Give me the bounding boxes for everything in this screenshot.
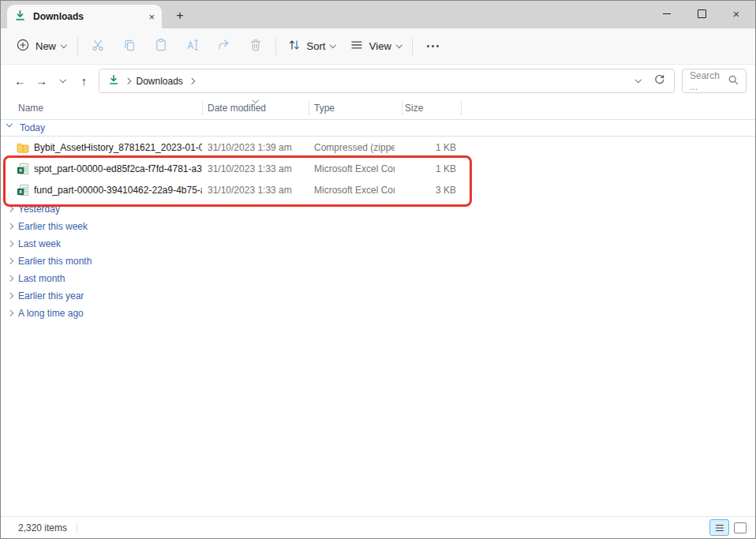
copy-button[interactable] [114,34,145,59]
close-button[interactable]: × [719,1,754,27]
large-icons-view-toggle[interactable] [734,522,747,533]
copy-icon [122,38,137,54]
file-type: Compressed (zipped)... [314,142,395,153]
cut-icon [91,38,105,54]
group-label: A long time ago [18,308,84,319]
tab-downloads[interactable]: Downloads × [7,5,162,28]
file-row-spot-csv[interactable]: x spot_part-00000-ed85f2ca-f7fd-4781-a3e… [1,158,755,179]
chevron-down-icon [60,77,66,83]
group-header-earlier-this-month[interactable]: Earlier this month [1,253,755,270]
address-dropdown-icon[interactable] [634,77,641,83]
chevron-down-icon [330,42,336,48]
column-header-size[interactable]: Size [405,103,423,114]
view-list-icon [350,38,364,54]
view-label: View [369,40,391,52]
group-header-last-week[interactable]: Last week [1,235,755,253]
chevron-right-icon[interactable] [7,275,13,282]
delete-button[interactable] [240,34,271,59]
excel-csv-icon: x [17,163,29,175]
file-name: fund_part-00000-39410462-22a9-4b75-afb1-… [34,185,202,196]
file-list: Today Bybit_AssetHistory_8781621_2023-01… [1,119,755,322]
see-more-button[interactable] [417,34,448,59]
chevron-right-icon[interactable] [7,241,13,247]
forward-button[interactable]: → [31,70,52,92]
back-button[interactable]: ← [9,70,31,92]
new-plus-circle-icon [16,38,30,54]
new-tab-button[interactable]: + [170,6,190,25]
column-header-date-modified[interactable]: Date modified [208,103,266,114]
group-label: Today [20,122,45,133]
toolbar-divider [412,38,413,55]
close-icon: × [733,8,740,20]
file-size: 1 KB [399,163,456,174]
sort-arrows-icon [287,38,301,54]
file-type: Microsoft Excel Com... [314,163,395,174]
sort-button[interactable]: Sort [280,34,342,59]
file-size: 3 KB [399,185,456,196]
chevron-right-icon[interactable] [7,293,13,299]
items-count: 2,320 items [18,522,67,533]
status-bar: 2,320 items [1,516,755,538]
file-row-zip[interactable]: Bybit_AssetHistory_8781621_2023-01-01_20… [1,137,755,158]
column-header-type[interactable]: Type [314,103,335,114]
share-button[interactable] [208,34,240,59]
plus-icon: + [176,9,183,23]
file-row-fund-csv[interactable]: x fund_part-00000-39410462-22a9-4b75-afb… [1,179,755,200]
file-name: Bybit_AssetHistory_8781621_2023-01-01_20… [34,142,202,153]
view-button[interactable]: View [342,34,408,59]
chevron-right-icon[interactable] [7,310,13,316]
breadcrumb-chevron-icon [125,78,131,84]
group-label: Earlier this week [18,221,88,232]
maximize-icon [698,9,706,18]
tab-title: Downloads [33,11,141,22]
details-view-toggle[interactable] [709,519,729,536]
search-input[interactable]: Search ... [682,69,747,93]
column-header-name[interactable]: Name [18,103,43,114]
downloads-icon [14,9,26,24]
recent-locations-button[interactable] [52,70,73,92]
file-size: 1 KB [399,142,456,153]
trash-icon [249,38,263,54]
minimize-button[interactable] [649,1,684,27]
rename-button[interactable] [177,34,208,59]
file-name: spot_part-00000-ed85f2ca-f7fd-4781-a3e6-… [34,163,202,174]
status-divider [77,522,77,533]
file-explorer-window: Downloads × + × New [0,0,756,539]
breadcrumb-downloads[interactable]: Downloads [137,76,183,87]
group-header-earlier-this-week[interactable]: Earlier this week [1,218,755,235]
back-arrow-icon: ← [14,74,26,88]
column-divider [202,101,203,115]
chevron-down-icon [61,42,67,48]
cut-button[interactable] [82,34,114,59]
group-header-today[interactable]: Today [1,119,755,137]
paste-button[interactable] [145,34,177,59]
see-more-icon [427,45,439,47]
up-button[interactable]: ↑ [73,70,95,92]
chevron-right-icon[interactable] [7,223,13,230]
breadcrumb-chevron-icon [189,78,195,84]
file-date-modified: 31/10/2023 1:33 am [208,163,292,174]
chevron-right-icon[interactable] [7,206,13,212]
up-arrow-icon: ↑ [81,74,88,88]
file-date-modified: 31/10/2023 1:33 am [208,185,292,196]
downloads-icon [108,74,119,88]
refresh-icon[interactable] [653,73,665,88]
forward-arrow-icon: → [36,74,47,88]
chevron-right-icon[interactable] [7,258,13,264]
chevron-down-icon[interactable] [6,121,13,127]
group-header-last-month[interactable]: Last month [1,270,755,287]
command-toolbar: New [1,28,755,65]
maximize-button[interactable] [684,1,719,27]
excel-csv-icon: x [17,184,29,197]
column-divider [402,101,402,115]
tab-close-icon[interactable]: × [148,12,155,22]
address-bar[interactable]: Downloads [99,69,675,93]
column-divider [309,101,309,115]
group-header-a-long-time-ago[interactable]: A long time ago [1,305,755,322]
file-type: Microsoft Excel Com... [314,185,395,196]
address-row: ← → ↑ Downloads Search ... [1,65,755,97]
new-button[interactable]: New [9,34,73,59]
group-header-yesterday[interactable]: Yesterday [1,200,755,218]
group-header-earlier-this-year[interactable]: Earlier this year [1,287,755,305]
file-date-modified: 31/10/2023 1:39 am [208,142,292,153]
